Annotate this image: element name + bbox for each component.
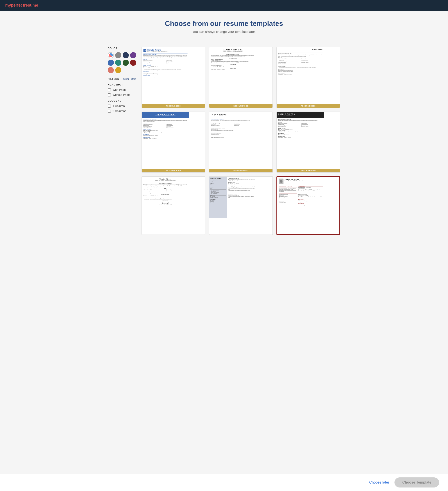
- with-photo-checkbox[interactable]: [108, 88, 111, 91]
- section-divider: [108, 40, 340, 40]
- template-card-2[interactable]: CAMILA RIVERA Humacao, Puerto Rico • 787…: [209, 47, 273, 108]
- columns-section-title: COLUMNS: [108, 100, 136, 102]
- logo-suffix: resume: [24, 3, 38, 8]
- template-preview-1: CR Camila Rivera Humacao, Puerto Rico 00…: [142, 47, 205, 104]
- template-card-9[interactable]: CAMILA RIVERA Humacao, Puerto Rico • 787…: [276, 176, 340, 235]
- clear-filters-link[interactable]: Clear Filters: [123, 78, 136, 80]
- color-swatch-rainbow[interactable]: [108, 52, 114, 58]
- color-swatch-gold[interactable]: [115, 67, 121, 73]
- one-column-option[interactable]: 1 Column: [108, 104, 136, 108]
- without-photo-label: Without Photo: [113, 93, 131, 96]
- recommended-badge-5: RECOMMENDED: [209, 169, 272, 172]
- two-columns-option[interactable]: 2 Columns: [108, 109, 136, 113]
- page-title: Choose from our resume templates: [108, 19, 340, 28]
- template-preview-8: CAMILA RIVERA Humacao, Puerto Rico787.80…: [209, 177, 272, 234]
- template-card-1[interactable]: CR Camila Rivera Humacao, Puerto Rico 00…: [142, 47, 205, 108]
- color-grid: [108, 52, 136, 73]
- recommended-badge-1: RECOMMENDED: [142, 104, 205, 108]
- template-thumb-7: Camila Rivera Humacao, Puerto Rico 00791…: [142, 177, 205, 234]
- page-subtitle: You can always change your template late…: [108, 30, 340, 34]
- sidebar: COLOR FILTERS Clear Filters: [108, 47, 136, 235]
- color-swatch-darkblue[interactable]: [123, 52, 129, 58]
- logo-highlight: perfect: [11, 3, 24, 8]
- app-header: myperfectresume: [0, 0, 448, 11]
- template-preview-2: CAMILA RIVERA Humacao, Puerto Rico • 787…: [209, 47, 272, 104]
- logo-prefix: my: [5, 3, 11, 8]
- color-swatch-gray[interactable]: [115, 52, 121, 58]
- color-swatch-salmon[interactable]: [108, 67, 114, 73]
- template-card-8[interactable]: CAMILA RIVERA Humacao, Puerto Rico787.80…: [209, 176, 273, 235]
- color-swatch-purple[interactable]: [130, 52, 136, 58]
- template-preview-4: CAMILA RIVERA Humacao, Puerto Rico 00791…: [142, 112, 205, 169]
- template-preview-6: CAMILA RIVERA Humacao, Puerto Rico 00791…: [277, 112, 340, 169]
- main-content: Choose from our resume templates You can…: [0, 11, 448, 257]
- template-thumb-4: CAMILA RIVERA Humacao, Puerto Rico 00791…: [142, 112, 205, 169]
- two-columns-checkbox[interactable]: [108, 110, 111, 113]
- color-swatch-blue[interactable]: [108, 60, 114, 66]
- template-preview-5: CAMILA RIVERA Humacao, Puerto Rico • 787…: [209, 112, 272, 169]
- template-thumb-9: CAMILA RIVERA Humacao, Puerto Rico • 787…: [277, 177, 339, 234]
- template-thumb-2: CAMILA RIVERA Humacao, Puerto Rico • 787…: [209, 47, 272, 104]
- one-column-checkbox[interactable]: [108, 104, 111, 108]
- filters-header: FILTERS Clear Filters: [108, 78, 136, 80]
- filters-title: FILTERS: [108, 78, 119, 80]
- headshot-section-title: HEADSHOT: [108, 83, 136, 86]
- color-section-title: COLOR: [108, 47, 136, 49]
- template-card-4[interactable]: CAMILA RIVERA Humacao, Puerto Rico 00791…: [142, 112, 205, 173]
- template-card-7[interactable]: Camila Rivera Humacao, Puerto Rico 00791…: [142, 176, 205, 235]
- color-swatch-darkgreen[interactable]: [123, 60, 129, 66]
- color-swatch-darkred[interactable]: [130, 60, 136, 66]
- content-layout: COLOR FILTERS Clear Filters: [108, 47, 340, 235]
- recommended-badge-3: RECOMMENDED: [277, 104, 340, 108]
- template-thumb-1: CR Camila Rivera Humacao, Puerto Rico 00…: [142, 47, 205, 104]
- one-column-label: 1 Column: [113, 104, 125, 108]
- color-swatch-teal[interactable]: [115, 60, 121, 66]
- with-photo-option[interactable]: With Photo: [108, 88, 136, 91]
- without-photo-option[interactable]: Without Photo: [108, 93, 136, 96]
- template-preview-7: Camila Rivera Humacao, Puerto Rico 00791…: [142, 177, 205, 234]
- app-logo: myperfectresume: [5, 3, 38, 8]
- template-card-5[interactable]: CAMILA RIVERA Humacao, Puerto Rico • 787…: [209, 112, 273, 173]
- without-photo-checkbox[interactable]: [108, 93, 111, 96]
- templates-grid: CR Camila Rivera Humacao, Puerto Rico 00…: [142, 47, 340, 235]
- recommended-badge-4: RECOMMENDED: [142, 169, 205, 172]
- recommended-badge-6: RECOMMENDED: [277, 169, 340, 172]
- template-thumb-6: CAMILA RIVERA Humacao, Puerto Rico 00791…: [277, 112, 340, 169]
- template-thumb-3: Camila Rivera Humacao, Puerto Rico 00791…: [277, 47, 340, 104]
- template-preview-9: CAMILA RIVERA Humacao, Puerto Rico • 787…: [277, 177, 339, 234]
- with-photo-label: With Photo: [113, 88, 127, 91]
- recommended-badge-2: RECOMMENDED: [209, 104, 272, 108]
- template-thumb-8: CAMILA RIVERA Humacao, Puerto Rico787.80…: [209, 177, 272, 234]
- template-preview-3: Camila Rivera Humacao, Puerto Rico 00791…: [277, 47, 340, 104]
- template-thumb-5: CAMILA RIVERA Humacao, Puerto Rico • 787…: [209, 112, 272, 169]
- template-card-3[interactable]: Camila Rivera Humacao, Puerto Rico 00791…: [276, 47, 340, 108]
- two-columns-label: 2 Columns: [113, 109, 126, 113]
- template-card-6[interactable]: CAMILA RIVERA Humacao, Puerto Rico 00791…: [276, 112, 340, 173]
